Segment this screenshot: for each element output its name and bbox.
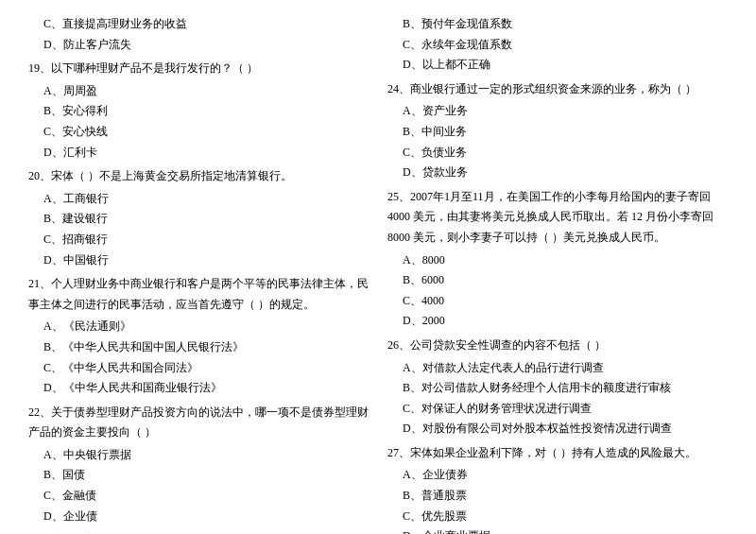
option: C、对保证人的财务管理状况进行调查 [387, 399, 728, 420]
option: C、优先股票 [387, 507, 728, 527]
option: C、《中华人民共和国合同法》 [28, 358, 369, 379]
question: 25、2007年1月至11月，在美国工作的小李每月给国内的妻子寄回 4000 美… [387, 187, 728, 249]
option: D、贷款业务 [387, 163, 728, 183]
option: C、招商银行 [28, 230, 369, 250]
question: 27、宋体如果企业盈利下降，对（ ）持有人造成的风险最大。 [387, 443, 728, 464]
option: A、周周盈 [28, 81, 369, 102]
option: C、永续年金现值系数 [387, 35, 728, 56]
right-column: B、预付年金现值系数C、永续年金现值系数D、以上都不正确24、商业银行通过一定的… [387, 14, 728, 534]
option: B、普通股票 [387, 486, 728, 507]
question: 20、宋体（ ）不是上海黄金交易所指定地清算银行。 [28, 166, 369, 187]
option: B、对公司借款人财务经理个人信用卡的额度进行审核 [387, 378, 728, 399]
option: D、企业商业票据 [387, 526, 728, 534]
option: A、中央银行票据 [28, 445, 369, 466]
option: C、负债业务 [387, 143, 728, 164]
option: A、企业债券 [387, 465, 728, 486]
left-column: C、直接提高理财业务的收益D、防止客户流失19、以下哪种理财产品不是我行发行的？… [28, 14, 369, 534]
option: B、安心得利 [28, 101, 369, 122]
option: D、以上都不正确 [387, 55, 728, 76]
option: D、对股份有限公司对外股本权益性投资情况进行调查 [387, 419, 728, 439]
option: C、安心快线 [28, 122, 369, 143]
question: 24、商业银行通过一定的形式组织资金来源的业务，称为（ ） [387, 79, 728, 100]
option: D、中国银行 [28, 250, 369, 271]
option: A、8000 [387, 250, 728, 271]
question: 21、个人理财业务中商业银行和客户是两个平等的民事法律主体，民事主体之间进行的民… [28, 274, 369, 315]
option: A、对借款人法定代表人的品行进行调查 [387, 358, 728, 379]
option: B、国债 [28, 465, 369, 486]
option: C、金融债 [28, 486, 369, 507]
option: D、2000 [387, 311, 728, 332]
option: C、4000 [387, 291, 728, 312]
page-content: C、直接提高理财业务的收益D、防止客户流失19、以下哪种理财产品不是我行发行的？… [28, 14, 728, 534]
option: D、防止客户流失 [28, 35, 369, 56]
option: B、建设银行 [28, 209, 369, 230]
option: A、《民法通则》 [28, 317, 369, 337]
option: D、企业债 [28, 507, 369, 527]
option: B、预付年金现值系数 [387, 14, 728, 35]
question: 23、宋体在普通年金现值系数的基础上，期数减1系数加1的计算结果，应当等于（ ） [28, 530, 369, 534]
option: C、直接提高理财业务的收益 [28, 14, 369, 35]
question: 22、关于债券型理财产品投资方向的说法中，哪一项不是债券型理财产品的资金主要投向… [28, 403, 369, 443]
option: B、《中华人民共和国中国人民银行法》 [28, 337, 369, 358]
question: 26、公司贷款安全性调查的内容不包括（ ） [387, 336, 728, 356]
question: 19、以下哪种理财产品不是我行发行的？（ ） [28, 59, 369, 79]
option: D、《中华人民共和国商业银行法》 [28, 378, 369, 399]
option: B、中间业务 [387, 122, 728, 143]
option: A、工商银行 [28, 189, 369, 210]
option: B、6000 [387, 270, 728, 291]
option: A、资产业务 [387, 101, 728, 122]
option: D、汇利卡 [28, 143, 369, 164]
